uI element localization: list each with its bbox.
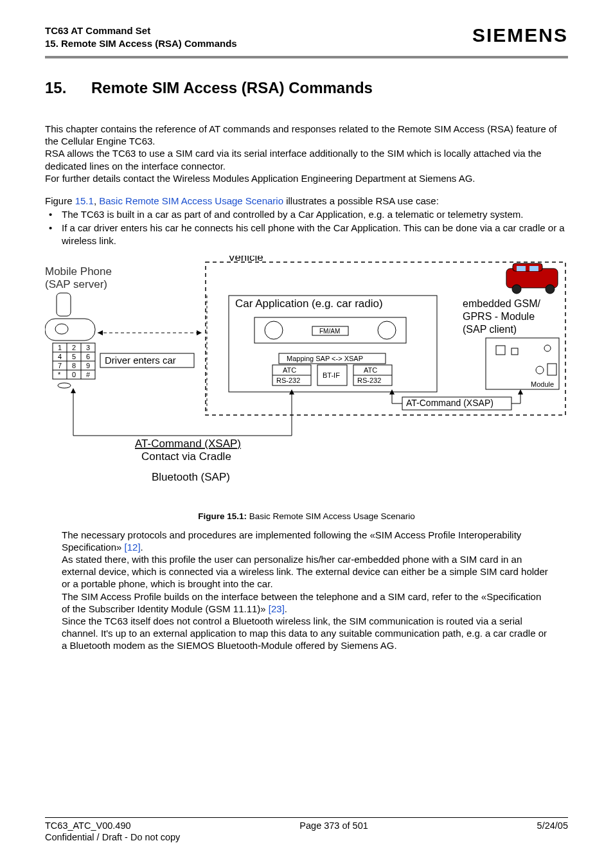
car-icon <box>506 263 558 294</box>
page-footer: TC63_ATC_V00.490 Page 373 of 501 5/24/05… <box>45 817 568 842</box>
key-9: 9 <box>86 362 90 369</box>
svg-point-12 <box>512 285 521 294</box>
svg-marker-30 <box>71 388 76 393</box>
svg-rect-22 <box>547 364 556 375</box>
embedded-line2: GPRS - Module <box>463 311 535 322</box>
footer-date: 5/24/05 <box>537 820 568 831</box>
doc-title: TC63 AT Command Set <box>45 24 237 37</box>
post-p3a: The SIM Access Profile builds on the int… <box>62 591 541 614</box>
sap-client-label: (SAP client) <box>463 324 517 335</box>
header-rule <box>45 56 568 58</box>
key-hash: # <box>86 371 91 378</box>
btif-label: BT-IF <box>323 371 340 379</box>
chapter-number: 15. <box>45 79 91 97</box>
figure-svg: Mobile Phone (SAP server) 1 2 3 <box>45 256 568 500</box>
ref-12-link[interactable]: [12] <box>125 542 141 553</box>
svg-rect-19 <box>511 348 518 355</box>
intro-bullets: The TC63 is built in a car as part of an… <box>45 208 568 247</box>
page-root: TC63 AT Command Set 15. Remote SIM Acces… <box>0 0 613 868</box>
bullet-1: The TC63 is built in a car as part of an… <box>45 208 568 220</box>
atc-label-1: ATC <box>283 366 296 374</box>
figcap-label: Figure 15.1: <box>198 511 247 521</box>
radio-knob-right <box>378 321 396 339</box>
intro-fig-sentence: Figure 15.1, Basic Remote SIM Access Usa… <box>45 195 568 207</box>
at-xsap-label-2: AT-Command (XSAP) <box>135 438 241 450</box>
intro-p3: For further details contact the Wireless… <box>45 172 568 184</box>
footer-row: TC63_ATC_V00.490 Page 373 of 501 5/24/05 <box>45 820 568 831</box>
driver-enters-label: Driver enters car <box>105 355 176 366</box>
svg-rect-0 <box>57 293 71 316</box>
post-p2: As stated there, with this profile the u… <box>62 553 551 590</box>
key-3: 3 <box>86 344 90 351</box>
post-p4: Since the TC63 itself does not control a… <box>62 615 551 652</box>
key-4: 4 <box>58 353 62 360</box>
svg-rect-14 <box>517 266 526 271</box>
fig-title-link[interactable]: Basic Remote SIM Access Usage Scenario <box>99 195 283 206</box>
footer-doc-id: TC63_ATC_V00.490 <box>45 820 131 831</box>
contact-cradle-label: Contact via Cradle <box>141 450 231 463</box>
rs232-label-2: RS-232 <box>357 376 381 384</box>
figpost: illustrates a possible RSA use case: <box>283 195 439 206</box>
header-left: TC63 AT Command Set 15. Remote SIM Acces… <box>45 24 237 49</box>
figure-caption: Figure 15.1: Basic Remote SIM Access Usa… <box>90 511 523 521</box>
atc-label-2: ATC <box>364 366 377 374</box>
footer-page: Page 373 of 501 <box>299 820 368 831</box>
post-figure-body: The necessary protocols and procedures a… <box>45 529 568 652</box>
bullet-2: If a car driver enters his car he connec… <box>45 222 568 246</box>
key-5: 5 <box>72 353 76 360</box>
post-dot2: . <box>285 603 287 614</box>
fig-label-sap-server: (SAP server) <box>45 278 107 290</box>
vehicle-label: Vehicle <box>228 256 263 263</box>
key-6: 6 <box>86 353 90 360</box>
fig-ref-link[interactable]: 15.1 <box>75 195 94 206</box>
figcap-text: Basic Remote SIM Access Usage Scenario <box>247 511 415 521</box>
chapter-title: Remote SIM Access (RSA) Commands <box>91 79 373 96</box>
at-xsap-label-1: AT-Command (XSAP) <box>406 398 493 408</box>
doc-subtitle: 15. Remote SIM Access (RSA) Commands <box>45 37 237 50</box>
svg-point-9 <box>58 383 71 388</box>
svg-rect-15 <box>529 266 538 271</box>
fm-am-label: FM/AM <box>319 328 340 335</box>
svg-point-21 <box>536 366 544 374</box>
key-1: 1 <box>58 344 62 351</box>
fig-label-mobile-phone: Mobile Phone <box>45 265 112 278</box>
svg-point-20 <box>544 345 551 351</box>
key-7: 7 <box>58 362 62 369</box>
key-0: 0 <box>72 371 76 378</box>
svg-rect-1 <box>45 319 95 341</box>
post-p3: The SIM Access Profile builds on the int… <box>62 590 551 615</box>
radio-knob-left <box>265 321 283 339</box>
intro-p1: This chapter contains the reference of A… <box>45 123 568 147</box>
phone-icon: 1 2 3 4 5 6 7 8 9 * 0 # <box>45 293 95 388</box>
key-star: * <box>58 371 61 378</box>
ref-23-link[interactable]: [23] <box>269 603 285 614</box>
bluetooth-sap-label: Bluetooth (SAP) <box>152 471 230 483</box>
arrow-head-1 <box>197 330 202 335</box>
intro-body: This chapter contains the reference of A… <box>45 123 568 247</box>
car-app-label: Car Application (e.g. car radio) <box>235 297 383 310</box>
brand-logo: SIEMENS <box>472 24 568 46</box>
figpre: Figure <box>45 195 75 206</box>
page-header: TC63 AT Command Set 15. Remote SIM Acces… <box>45 24 568 49</box>
figsep: , <box>94 195 99 206</box>
module-label: Module <box>531 380 554 388</box>
footer-confidential: Confidential / Draft - Do not copy <box>45 832 568 842</box>
post-dot1: . <box>141 542 143 553</box>
chapter-heading: 15.Remote SIM Access (RSA) Commands <box>45 79 568 97</box>
svg-rect-18 <box>496 346 505 355</box>
embedded-line1: embedded GSM/ <box>463 298 541 309</box>
key-8: 8 <box>72 362 76 369</box>
rs232-label-1: RS-232 <box>276 376 300 384</box>
svg-marker-27 <box>518 389 523 394</box>
svg-point-13 <box>546 285 555 294</box>
svg-point-2 <box>55 324 68 334</box>
intro-p2: RSA allows the TC63 to use a SIM card vi… <box>45 147 568 172</box>
arrow-head-1b <box>98 330 103 335</box>
figure-15-1: Mobile Phone (SAP server) 1 2 3 <box>45 256 568 500</box>
post-p1: The necessary protocols and procedures a… <box>62 529 551 553</box>
mapping-label: Mapping SAP <-> XSAP <box>287 355 363 362</box>
key-2: 2 <box>72 344 76 351</box>
